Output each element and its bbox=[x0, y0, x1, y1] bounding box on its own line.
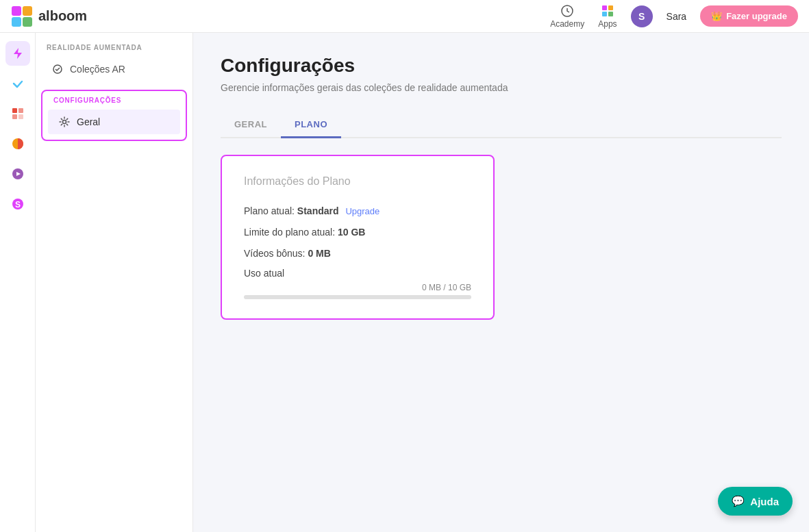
usage-display: 0 MB / 10 GB bbox=[244, 283, 471, 292]
svg-rect-2 bbox=[12, 17, 21, 27]
svg-rect-12 bbox=[18, 114, 23, 119]
tabs: GERAL PLANO bbox=[221, 112, 782, 138]
help-button[interactable]: 💬 Ajuda bbox=[718, 487, 793, 516]
plan-atual-label: Plano atual: bbox=[244, 205, 295, 216]
header-right: Academy Apps S Sara 👑 Fazer upgrade bbox=[550, 4, 798, 29]
ar-icon bbox=[52, 64, 63, 75]
gear-icon bbox=[59, 116, 70, 127]
uso-atual-label: Uso atual bbox=[244, 268, 471, 279]
crown-icon: 👑 bbox=[711, 11, 722, 21]
nav-item-geral[interactable]: Geral bbox=[48, 110, 180, 134]
config-box: Configurações Geral bbox=[41, 90, 187, 141]
svg-rect-7 bbox=[602, 12, 607, 16]
sidebar-icon-check[interactable] bbox=[5, 71, 30, 96]
tab-geral[interactable]: GERAL bbox=[221, 112, 281, 137]
sidebar-icon-pie[interactable] bbox=[5, 131, 30, 156]
main-content: Configurações Gerencie informações gerai… bbox=[193, 33, 809, 532]
upgrade-link[interactable]: Upgrade bbox=[345, 206, 379, 216]
svg-point-17 bbox=[63, 121, 66, 124]
plan-card: Informações do Plano Plano atual: Standa… bbox=[221, 155, 495, 320]
svg-rect-8 bbox=[608, 12, 613, 16]
svg-rect-1 bbox=[23, 6, 32, 16]
nav-sidebar: Realidade Aumentada Coleções AR Configur… bbox=[36, 33, 193, 532]
svg-rect-9 bbox=[12, 108, 17, 113]
usage-bar-track bbox=[244, 295, 471, 299]
svg-rect-10 bbox=[18, 108, 23, 113]
svg-rect-11 bbox=[12, 114, 17, 119]
svg-rect-5 bbox=[602, 5, 607, 10]
svg-text:S: S bbox=[14, 200, 20, 210]
videos-bonus-value: 0 MB bbox=[308, 248, 330, 259]
usage-bar-container: 0 MB / 10 GB bbox=[244, 283, 471, 299]
logo-text: alboom bbox=[38, 8, 87, 24]
user-avatar[interactable]: S bbox=[631, 5, 653, 27]
limite-row: Limite do plano atual: 10 GB bbox=[244, 225, 471, 240]
svg-rect-0 bbox=[12, 6, 21, 16]
sidebar-icon-s[interactable]: S bbox=[5, 192, 30, 216]
plan-card-title: Informações do Plano bbox=[244, 175, 471, 188]
nav-section-label: Realidade Aumentada bbox=[36, 44, 192, 57]
nav-item-colecoes-ar[interactable]: Coleções AR bbox=[41, 57, 187, 81]
page-title: Configurações bbox=[221, 55, 782, 77]
sidebar-icon-lightning[interactable] bbox=[5, 41, 30, 66]
page-subtitle: Gerencie informações gerais das coleções… bbox=[221, 82, 782, 93]
user-name[interactable]: Sara bbox=[667, 11, 687, 22]
chat-icon: 💬 bbox=[732, 495, 745, 507]
limite-label: Limite do plano atual: bbox=[244, 227, 335, 238]
plan-atual-value: Standard bbox=[297, 205, 339, 216]
sidebar-icon-play[interactable] bbox=[5, 162, 30, 186]
videos-bonus-label: Vídeos bônus: bbox=[244, 248, 306, 259]
tab-plano[interactable]: PLANO bbox=[281, 112, 341, 138]
layout: S Realidade Aumentada Coleções AR Config… bbox=[0, 33, 809, 532]
plan-atual-row: Plano atual: Standard Upgrade bbox=[244, 204, 471, 218]
nav-academy[interactable]: Academy bbox=[550, 4, 584, 29]
svg-rect-3 bbox=[23, 17, 32, 27]
sidebar-icon-grid[interactable] bbox=[5, 101, 30, 126]
icon-sidebar: S bbox=[0, 33, 36, 532]
alboom-logo-icon bbox=[11, 5, 33, 27]
videos-bonus-row: Vídeos bônus: 0 MB bbox=[244, 246, 471, 261]
header: alboom Academy Apps S Sara 👑 Fazer upgra… bbox=[0, 0, 809, 33]
apps-icon bbox=[601, 4, 614, 18]
nav-apps[interactable]: Apps bbox=[598, 4, 617, 29]
upgrade-button[interactable]: 👑 Fazer upgrade bbox=[700, 5, 798, 27]
logo: alboom bbox=[11, 5, 87, 27]
config-section-label: Configurações bbox=[42, 97, 186, 110]
academy-icon bbox=[560, 4, 574, 18]
limite-value: 10 GB bbox=[338, 227, 365, 238]
svg-rect-6 bbox=[608, 5, 613, 10]
